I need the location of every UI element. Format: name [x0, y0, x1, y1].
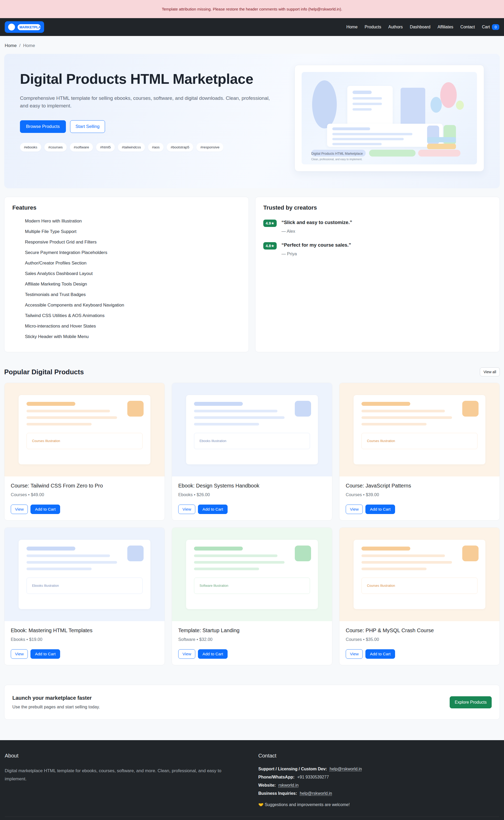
- add-to-cart-button[interactable]: Add to Cart: [365, 649, 395, 659]
- illustration-bar: [27, 561, 117, 564]
- illustration-caption-title: Digital Products HTML Marketplace: [311, 152, 363, 155]
- footer-bottom-bar: © 2025 rskworld.in. All rights reserved.…: [5, 817, 499, 820]
- view-button[interactable]: View: [11, 505, 28, 514]
- nav-link[interactable]: Dashboard: [410, 25, 430, 29]
- add-to-cart-button[interactable]: Add to Cart: [365, 505, 395, 514]
- view-button[interactable]: View: [178, 649, 195, 659]
- illustration-bar-orange: [427, 144, 456, 149]
- footer-about: About Digital marketplace HTML template …: [5, 753, 246, 807]
- product-meta: Ebooks • $26.00: [178, 492, 326, 497]
- product-actions: View Add to Cart: [346, 505, 493, 514]
- illustration-bar: [361, 423, 427, 426]
- contact-value[interactable]: rskworld.in: [279, 783, 298, 787]
- illustration-placeholder: Ebooks Illustration: [27, 578, 143, 594]
- product-meta: Software • $32.00: [178, 637, 326, 642]
- browse-products-button[interactable]: Browse Products: [20, 120, 66, 133]
- footer-note: 🤝 Suggestions and improvements are welco…: [258, 802, 499, 807]
- hero-tag-badge: #aos: [148, 143, 164, 151]
- illustration-chip: [295, 546, 311, 561]
- products-grid: Courses Illustration Course: Tailwind CS…: [4, 383, 500, 665]
- nav-link[interactable]: Contact: [460, 25, 475, 29]
- illustration-bar: [27, 423, 92, 426]
- illustration-chip: [462, 401, 479, 417]
- illustration-caption-subtitle: Clean, professional, and easy to impleme…: [311, 158, 363, 161]
- illustration-bar: [361, 568, 427, 570]
- cart-count-badge: 0: [492, 24, 499, 30]
- hero-title: Digital Products HTML Marketplace: [20, 71, 277, 87]
- product-illustration-mini-card: Courses Illustration: [354, 540, 485, 609]
- contact-value[interactable]: +91 9330539277: [297, 775, 329, 779]
- product-meta: Courses • $39.00: [346, 492, 493, 497]
- attribution-banner-text: Template attribution missing. Please res…: [162, 7, 342, 11]
- view-button[interactable]: View: [178, 505, 195, 514]
- footer-contact: Contact Support / Licensing / Custom Dev…: [258, 753, 499, 807]
- breadcrumb-home-link[interactable]: Home: [5, 43, 17, 48]
- product-body: Course: Tailwind CSS From Zero to Pro Co…: [4, 477, 165, 520]
- feature-item: Sticky Header with Mobile Menu: [12, 334, 241, 339]
- product-illustration: Courses Illustration: [339, 528, 500, 621]
- brand-logo[interactable]: MARKETPLACE: [5, 21, 44, 33]
- illustration-label: Courses Illustration: [367, 439, 395, 443]
- features-testimonials-row: Features Modern Hero with Illustration M…: [4, 197, 500, 352]
- product-illustration: Courses Illustration: [4, 383, 165, 477]
- nav-link-cart[interactable]: Cart 0: [482, 24, 499, 30]
- add-to-cart-button[interactable]: Add to Cart: [30, 505, 60, 514]
- view-button[interactable]: View: [11, 649, 28, 659]
- product-illustration-mini-card: Courses Illustration: [354, 395, 485, 465]
- add-to-cart-button[interactable]: Add to Cart: [30, 649, 60, 659]
- illustration-bar: [361, 402, 410, 406]
- start-selling-button[interactable]: Start Selling: [70, 120, 105, 133]
- product-meta: Ebooks • $19.00: [11, 637, 158, 642]
- testimonial-body: “Slick and easy to customize.” — Alex: [281, 219, 352, 234]
- illustration-label: Software Illustration: [199, 584, 228, 588]
- nav-link[interactable]: Home: [346, 25, 358, 29]
- view-button[interactable]: View: [346, 649, 363, 659]
- products-section-title: Popular Digital Products: [4, 368, 84, 376]
- contact-label: Website:: [258, 783, 276, 787]
- contact-value[interactable]: help@rskworld.in: [300, 791, 332, 796]
- testimonials-card: Trusted by creators 4.9★ “Slick and easy…: [255, 197, 500, 352]
- attribution-banner: Template attribution missing. Please res…: [0, 0, 504, 18]
- product-illustration: Ebooks Illustration: [4, 528, 165, 621]
- add-to-cart-button[interactable]: Add to Cart: [198, 649, 227, 659]
- hero-tag-badge: #bootstrap5: [167, 143, 193, 151]
- product-actions: View Add to Cart: [178, 649, 326, 659]
- product-meta: Courses • $49.00: [11, 492, 158, 497]
- product-card: Ebooks Illustration Ebook: Design System…: [172, 383, 332, 521]
- hero-tag-badge: #courses: [44, 143, 67, 151]
- product-card: Courses Illustration Course: PHP & MySQL…: [339, 528, 500, 665]
- hero-tag-badge: #html5: [96, 143, 115, 151]
- add-to-cart-button[interactable]: Add to Cart: [198, 505, 227, 514]
- explore-products-button[interactable]: Explore Products: [450, 696, 492, 708]
- feature-item: Secure Payment Integration Placeholders: [12, 250, 241, 255]
- product-illustration-mini-card: Ebooks Illustration: [19, 540, 150, 609]
- illustration-pill-green: [369, 150, 416, 156]
- view-button[interactable]: View: [346, 505, 363, 514]
- illustration-bar: [361, 547, 410, 551]
- view-all-button[interactable]: View all: [480, 367, 500, 376]
- illustration-bar: [27, 568, 92, 570]
- rating-badge: 4.8★: [263, 242, 277, 249]
- illustration-bar: [361, 410, 445, 413]
- illustration-rect-blue: [401, 88, 425, 127]
- product-illustration-mini-card: Ebooks Illustration: [186, 395, 318, 465]
- illustration-label: Ebooks Illustration: [32, 584, 59, 588]
- illustration-bar: [361, 416, 452, 419]
- illustration-bar: [194, 561, 285, 564]
- nav-link[interactable]: Products: [365, 25, 381, 29]
- nav-link[interactable]: Affiliates: [438, 25, 453, 29]
- footer: About Digital marketplace HTML template …: [0, 740, 504, 820]
- illustration-chip: [127, 546, 144, 561]
- product-card: Courses Illustration Course: JavaScript …: [339, 383, 500, 521]
- product-actions: View Add to Cart: [11, 505, 158, 514]
- nav-link[interactable]: Authors: [388, 25, 403, 29]
- cta-subtitle: Use the prebuilt pages and start selling…: [12, 704, 100, 709]
- product-illustration: Software Illustration: [172, 528, 332, 621]
- illustration-bar: [194, 416, 285, 419]
- contact-label: Phone/WhatsApp:: [258, 775, 295, 779]
- contact-label: Business Inquiries:: [258, 791, 297, 796]
- contact-value[interactable]: help@rskworld.in: [330, 767, 362, 771]
- testimonials-title: Trusted by creators: [263, 204, 492, 211]
- illustration-bar: [194, 547, 243, 551]
- feature-item: Sales Analytics Dashboard Layout: [12, 271, 241, 276]
